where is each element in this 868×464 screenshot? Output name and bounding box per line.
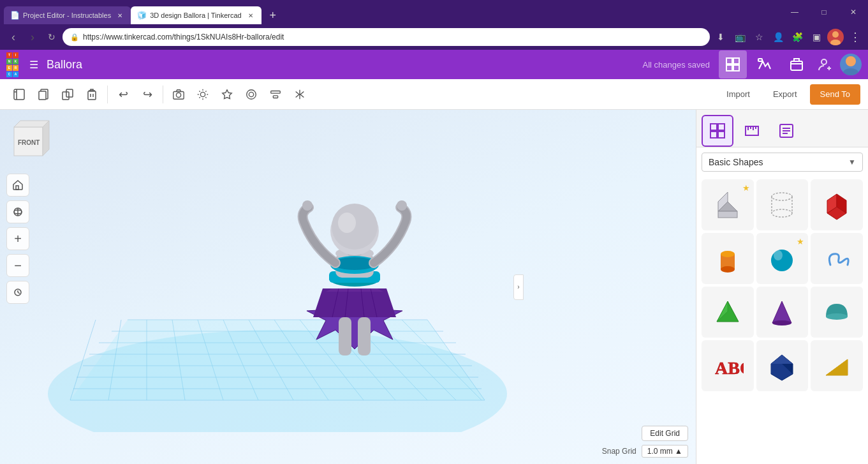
- address-bar: ‹ › ↻ 🔒 https://www.tinkercad.com/things…: [0, 24, 868, 50]
- view-tab-shapes[interactable]: [783, 50, 811, 79]
- viewport[interactable]: FRONT + −: [0, 110, 696, 464]
- tinkercad-logo: T I N K E R C A: [6, 52, 18, 77]
- star-icon-2: ★: [797, 237, 804, 246]
- tab-tinkercad[interactable]: 🧊 3D design Ballora | Tinkercad ✕: [131, 6, 261, 24]
- svg-point-96: [772, 193, 792, 200]
- export-button[interactable]: Export: [763, 84, 807, 105]
- tab1-close[interactable]: ✕: [115, 11, 124, 20]
- shape-cylinder-hole[interactable]: [756, 179, 809, 230]
- logo-a: A: [13, 71, 18, 77]
- svg-rect-7: [791, 61, 802, 70]
- light-button[interactable]: [191, 83, 214, 106]
- home-view-button[interactable]: [6, 174, 29, 197]
- panel-tab-grid[interactable]: [702, 115, 733, 147]
- bookmark-icon[interactable]: ☆: [751, 29, 767, 45]
- view-tab-grid[interactable]: [719, 50, 747, 79]
- svg-point-8: [821, 59, 827, 64]
- shape-text[interactable]: ABC: [702, 340, 754, 391]
- new-button[interactable]: [8, 83, 31, 106]
- svg-text:FRONT: FRONT: [18, 139, 40, 146]
- shape-sphere-teal[interactable]: ★: [756, 233, 809, 284]
- logo-t: T: [6, 52, 12, 58]
- edit-grid-button[interactable]: Edit Grid: [642, 426, 688, 441]
- project-name: Ballora: [47, 58, 82, 71]
- refresh-button[interactable]: ↻: [43, 29, 60, 45]
- shape-cylinder-orange[interactable]: [702, 233, 754, 284]
- star-icon-1: ★: [742, 183, 750, 193]
- shape-gem[interactable]: [756, 340, 809, 391]
- svg-rect-24: [273, 95, 277, 98]
- svg-rect-3: [733, 58, 739, 64]
- shape-scribble[interactable]: [811, 233, 863, 284]
- cast-icon[interactable]: 📺: [732, 29, 748, 45]
- undo-button[interactable]: ↩: [112, 83, 135, 106]
- shape-cone-purple[interactable]: [756, 287, 809, 338]
- snap-grid-value[interactable]: 1.0 mm ▲: [642, 445, 688, 458]
- extension-icon[interactable]: 🧩: [789, 29, 805, 45]
- sidebar-icon[interactable]: ▣: [808, 29, 825, 45]
- url-bar[interactable]: 🔒 https://www.tinkercad.com/things/1SkNU…: [63, 28, 710, 46]
- svg-rect-62: [358, 317, 371, 355]
- shapes-dropdown[interactable]: Basic Shapes ▼: [702, 153, 863, 172]
- panel-tab-notes[interactable]: [770, 115, 802, 147]
- svg-rect-82: [718, 124, 725, 130]
- panel-collapse-button[interactable]: ›: [513, 274, 524, 300]
- right-panel: Basic Shapes ▼ ★: [696, 110, 868, 464]
- logo-e: E: [6, 65, 12, 71]
- orbit-button[interactable]: [6, 200, 29, 223]
- back-button[interactable]: ‹: [5, 29, 22, 45]
- hamburger-menu[interactable]: ☰: [25, 56, 43, 73]
- camera-button[interactable]: [167, 83, 190, 106]
- shape-cube-red[interactable]: [811, 179, 863, 230]
- snap-grid-control: Snap Grid 1.0 mm ▲: [602, 445, 688, 458]
- forward-button[interactable]: ›: [24, 29, 41, 45]
- duplicate-button[interactable]: [56, 83, 79, 106]
- reset-view-button[interactable]: [6, 281, 29, 304]
- add-user-button[interactable]: [814, 54, 836, 75]
- ballora-model: [272, 110, 438, 375]
- shape-pyramid-green[interactable]: [702, 287, 754, 338]
- send-to-button[interactable]: Send To: [810, 84, 860, 105]
- svg-point-1: [830, 40, 841, 45]
- new-tab-button[interactable]: +: [264, 6, 282, 24]
- shape-select-button[interactable]: [216, 83, 239, 106]
- delete-button[interactable]: [80, 83, 103, 106]
- import-button[interactable]: Import: [716, 84, 760, 105]
- maximize-button[interactable]: □: [809, 0, 839, 24]
- shape-group-button[interactable]: [240, 83, 263, 106]
- view-cube[interactable]: FRONT: [8, 117, 59, 168]
- redo-button[interactable]: ↪: [136, 83, 159, 106]
- svg-point-112: [826, 313, 848, 320]
- tab-instructables[interactable]: 📄 Project Editor - Instructables ✕: [4, 6, 131, 24]
- align-button[interactable]: [264, 83, 287, 106]
- copy-paste-button[interactable]: [32, 83, 55, 106]
- user-avatar-browser[interactable]: [827, 29, 844, 45]
- profile-icon[interactable]: 👤: [770, 29, 786, 45]
- logo-r: R: [13, 65, 18, 71]
- zoom-in-button[interactable]: +: [6, 227, 29, 250]
- svg-marker-115: [771, 355, 793, 364]
- svg-point-0: [832, 31, 839, 38]
- svg-marker-64: [326, 288, 383, 292]
- close-button[interactable]: ✕: [839, 0, 868, 24]
- svg-point-99: [772, 209, 792, 217]
- user-avatar[interactable]: [840, 54, 862, 75]
- browser-menu-icon[interactable]: ⋮: [846, 29, 863, 45]
- svg-point-105: [721, 266, 735, 273]
- shape-wedge[interactable]: [811, 340, 863, 391]
- view-tab-build[interactable]: [751, 50, 779, 79]
- tab2-close[interactable]: ✕: [246, 11, 255, 20]
- svg-rect-94: [718, 211, 737, 218]
- chevron-down-icon: ▼: [848, 158, 856, 167]
- shape-half-sphere[interactable]: [811, 287, 863, 338]
- download-icon[interactable]: ⬇: [712, 29, 729, 45]
- minimize-button[interactable]: —: [780, 0, 809, 24]
- toolbar-divider-1: [107, 86, 108, 103]
- svg-rect-4: [726, 65, 732, 71]
- zoom-out-button[interactable]: −: [6, 254, 29, 277]
- svg-rect-84: [718, 131, 725, 138]
- panel-tab-ruler[interactable]: [736, 115, 768, 147]
- shape-box[interactable]: ★: [702, 179, 754, 230]
- svg-rect-15: [88, 91, 96, 100]
- mirror-button[interactable]: [288, 83, 311, 106]
